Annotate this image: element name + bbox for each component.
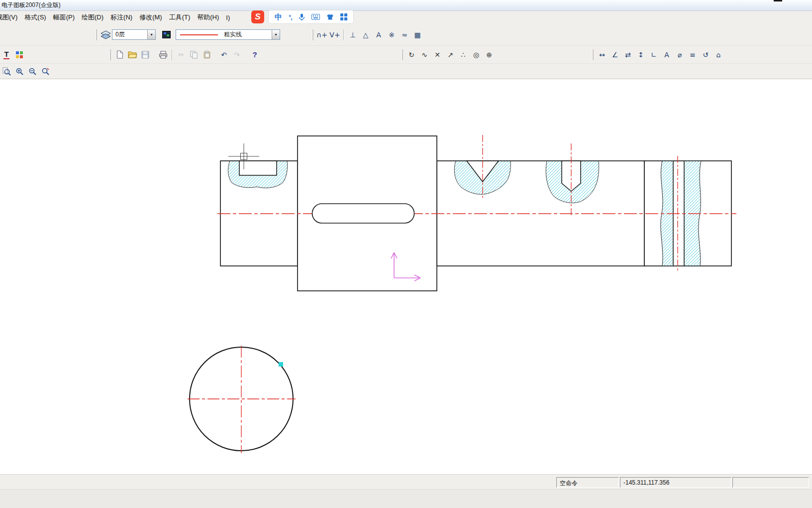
dim-tool-2-button[interactable]: ∠ (609, 49, 621, 61)
palette-tool-button[interactable] (13, 49, 26, 61)
dim-tool-5-button[interactable]: ∟ (647, 49, 660, 61)
menu-paper[interactable]: 幅面(P) (50, 11, 78, 23)
diameter-dim-icon: ⌀ (678, 51, 682, 58)
toolbar-separator (172, 49, 173, 60)
snap-tool-5-button[interactable]: A (372, 29, 385, 41)
menu-draw[interactable]: 绘图(D) (78, 11, 107, 23)
dim-tool-1-button[interactable]: ↔ (596, 49, 609, 61)
zoom-dynamic-button[interactable] (39, 65, 52, 77)
dim-tool-9-button[interactable]: ↺ (699, 49, 712, 61)
new-button[interactable] (113, 49, 126, 61)
end-view[interactable] (188, 346, 296, 453)
snap-tool-6-button[interactable]: ※ (385, 29, 398, 41)
ime-panel: 中 °, (268, 10, 354, 24)
toolbar-grip[interactable] (96, 29, 97, 40)
draw-tool-6-button[interactable]: ◎ (470, 49, 483, 61)
arrow-icon: ↗ (447, 51, 453, 58)
snap-tool-1-button[interactable]: ∩+ (315, 29, 328, 41)
ime-keyboard-icon[interactable] (311, 14, 320, 20)
draw-tool-7-button[interactable]: ⊕ (483, 49, 496, 61)
dim-tool-3-button[interactable]: ⇄ (621, 49, 634, 61)
menu-modify[interactable]: 修改(M) (136, 11, 166, 23)
linestyle-combo[interactable]: 粗实线 ▼ (176, 29, 280, 40)
copy-icon (190, 51, 198, 59)
circle-ref-icon: ◎ (473, 51, 479, 58)
ime-toolbox-icon[interactable] (340, 13, 347, 20)
toolbar-grip[interactable] (592, 49, 594, 60)
paste-button[interactable] (201, 49, 213, 61)
snap-curve-icon: ∩+ (316, 31, 327, 38)
ime-punctuation-toggle[interactable]: °, (289, 13, 292, 21)
ime-mode-toggle[interactable]: 中 (275, 12, 282, 22)
dim-tool-8-button[interactable]: ≡ (686, 49, 699, 61)
copy-button[interactable] (188, 49, 201, 61)
print-button[interactable] (157, 49, 170, 61)
chevron-down-icon[interactable]: ▼ (272, 30, 280, 39)
undo-button[interactable]: ↶ (217, 49, 230, 61)
draw-tool-5-button[interactable]: ∴ (457, 49, 470, 61)
snap-tool-3-button[interactable]: ⊥ (346, 29, 359, 41)
menu-format[interactable]: 格式(S) (21, 11, 49, 23)
draw-tool-3-button[interactable]: ✕ (431, 49, 444, 61)
status-bar: 空命令 -145.311,117.356 (0, 476, 812, 489)
menu-tools[interactable]: 工具(T) (166, 11, 194, 23)
ortho-icon: ⊥ (350, 31, 356, 38)
linestyle-combo-value: 粗实线 (224, 30, 242, 39)
toolbar-grip[interactable] (312, 29, 313, 40)
text-tool-button[interactable]: T (0, 49, 13, 61)
draw-tool-4-button[interactable]: ↗ (444, 49, 457, 61)
menu-help[interactable]: 帮助(H) (194, 11, 222, 23)
ime-mic-icon[interactable] (299, 13, 305, 21)
grip-point[interactable] (279, 362, 283, 367)
toolbar-grip[interactable] (109, 49, 111, 60)
cut-button[interactable]: ✂ (175, 49, 188, 61)
snap-tool-4-button[interactable]: △ (359, 29, 372, 41)
snap-tool-7-button[interactable]: ≈ (398, 29, 411, 41)
menu-extra[interactable]: I) (222, 12, 233, 23)
draw-tool-1-button[interactable]: ↻ (405, 49, 418, 61)
zoom-all-button[interactable] (26, 65, 39, 77)
menu-dimension[interactable]: 标注(N) (107, 11, 136, 23)
palette-icon (15, 51, 23, 59)
annotation-icon: A (664, 51, 669, 58)
scissors-icon: ✂ (178, 51, 184, 58)
help-button[interactable]: ? (248, 49, 261, 61)
color-swatch-icon (162, 31, 171, 38)
redo-icon: ↷ (234, 51, 240, 58)
open-button[interactable] (126, 49, 139, 61)
snap-tool-2-button[interactable]: V+ (328, 29, 341, 41)
zoom-window-button[interactable] (13, 65, 26, 77)
redo-button[interactable]: ↷ (230, 49, 243, 61)
ime-skin-icon[interactable] (326, 13, 334, 20)
layer-manager-button[interactable] (99, 29, 112, 41)
printer-icon (159, 51, 168, 59)
chevron-down-icon[interactable]: ▼ (147, 30, 155, 39)
rotate-dim-icon: ↺ (703, 51, 709, 58)
menu-view[interactable]: 视图(V) (0, 11, 21, 23)
open-folder-icon (128, 51, 137, 58)
snap-vertex-icon: V+ (329, 31, 340, 38)
keyway-slot[interactable] (312, 204, 414, 223)
color-settings-button[interactable] (160, 29, 173, 41)
window-control-fragment (774, 0, 782, 1)
delete-entity-icon: ✕ (434, 51, 440, 58)
dim-tool-7-button[interactable]: ⌀ (673, 49, 686, 61)
menu-bar: 视图(V) 格式(S) 幅面(P) 绘图(D) 标注(N) 修改(M) 工具(T… (0, 11, 812, 24)
sogou-logo-icon[interactable]: S (251, 10, 264, 23)
drawing-canvas[interactable] (0, 79, 812, 474)
dim-tool-4-button[interactable]: ↕ (634, 49, 647, 61)
wave-icon: ≈ (402, 31, 407, 38)
window-bottom-fill (0, 489, 812, 508)
linestyle-sample-icon (180, 34, 218, 35)
format-toolbar: 0层 ▼ 粗实线 ▼ ∩+ V+ ⊥ △ A ※ ≈ ▦ (0, 24, 812, 46)
draw-tool-2-button[interactable]: ∿ (418, 49, 431, 61)
dim-tool-6-button[interactable]: A (660, 49, 673, 61)
zoom-previous-button[interactable] (0, 65, 13, 77)
layer-combo[interactable]: 0层 ▼ (112, 29, 156, 40)
cad-drawing (0, 79, 812, 475)
save-button[interactable] (139, 49, 152, 61)
save-icon (141, 51, 149, 59)
toolbar-grip[interactable] (402, 49, 403, 60)
dim-tool-10-button[interactable]: ⌂ (712, 49, 725, 61)
snap-tool-8-button[interactable]: ▦ (411, 29, 424, 41)
